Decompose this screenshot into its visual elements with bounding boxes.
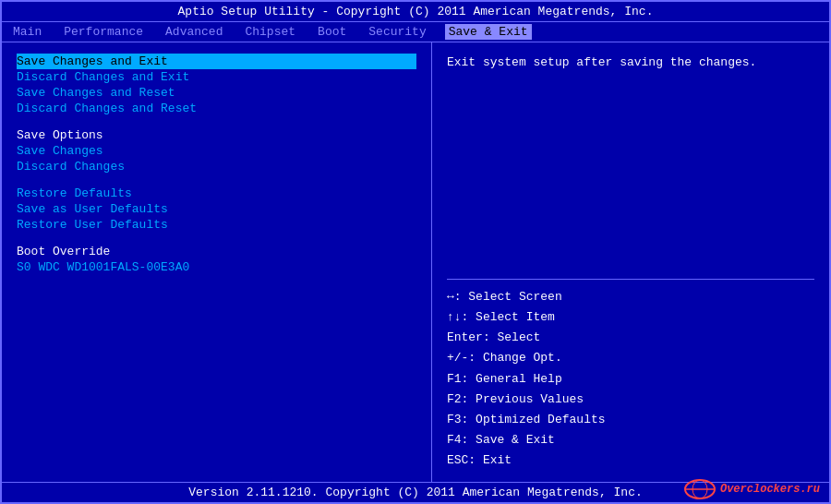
help-line-8: ESC: Exit xyxy=(447,450,814,471)
save-changes-and-reset[interactable]: Save Changes and Reset xyxy=(17,85,416,101)
boot-override-device[interactable]: S0 WDC WD1001FALS-00E3A0 xyxy=(17,259,416,275)
discard-changes-and-exit[interactable]: Discard Changes and Exit xyxy=(17,69,416,85)
help-line-1: ↑↓: Select Item xyxy=(447,307,814,328)
restore-defaults[interactable]: Restore Defaults xyxy=(17,186,416,201)
menu-item-performance[interactable]: Performance xyxy=(60,24,147,40)
help-line-6: F3: Optimized Defaults xyxy=(447,410,814,430)
boot-override-label: Boot Override xyxy=(17,244,416,259)
menu-bar: MainPerformanceAdvancedChipsetBootSecuri… xyxy=(2,22,829,42)
menu-item-save-exit[interactable]: Save & Exit xyxy=(445,24,532,40)
divider xyxy=(447,279,814,280)
menu-item-boot[interactable]: Boot xyxy=(314,24,350,40)
footer-text: Version 2.11.1210. Copyright (C) 2011 Am… xyxy=(188,486,642,499)
help-line-3: +/-: Change Opt. xyxy=(447,348,814,368)
help-line-7: F4: Save & Exit xyxy=(447,430,814,450)
help-line-4: F1: General Help xyxy=(447,369,814,390)
footer: Version 2.11.1210. Copyright (C) 2011 Am… xyxy=(2,482,829,502)
help-line-2: Enter: Select xyxy=(447,328,814,348)
main-content: Save Changes and Exit Discard Changes an… xyxy=(2,42,829,482)
menu-item-security[interactable]: Security xyxy=(365,24,429,40)
menu-item-advanced[interactable]: Advanced xyxy=(162,24,226,40)
save-as-user-defaults[interactable]: Save as User Defaults xyxy=(17,201,416,217)
menu-item-main[interactable]: Main xyxy=(9,24,45,40)
bios-screen: Aptio Setup Utility - Copyright (C) 2011… xyxy=(0,0,831,504)
watermark-text: Overclockers.ru xyxy=(720,483,820,496)
right-panel: Exit system setup after saving the chang… xyxy=(432,42,829,482)
watermark-logo-icon xyxy=(683,478,717,500)
title-text: Aptio Setup Utility - Copyright (C) 2011… xyxy=(178,5,654,18)
menu-item-chipset[interactable]: Chipset xyxy=(241,24,299,40)
title-bar: Aptio Setup Utility - Copyright (C) 2011… xyxy=(2,2,829,22)
watermark: Overclockers.ru xyxy=(683,478,820,500)
help-section: ↔: Select Screen↑↓: Select ItemEnter: Se… xyxy=(447,287,814,471)
discard-changes-and-reset[interactable]: Discard Changes and Reset xyxy=(17,101,416,116)
help-line-5: F2: Previous Values xyxy=(447,390,814,410)
discard-changes[interactable]: Discard Changes xyxy=(17,159,416,174)
left-panel: Save Changes and Exit Discard Changes an… xyxy=(2,42,432,482)
save-options-label: Save Options xyxy=(17,127,416,143)
restore-user-defaults[interactable]: Restore User Defaults xyxy=(17,217,416,233)
save-changes[interactable]: Save Changes xyxy=(17,143,416,159)
help-line-0: ↔: Select Screen xyxy=(447,287,814,307)
save-changes-and-exit[interactable]: Save Changes and Exit xyxy=(17,54,416,69)
description-text: Exit system setup after saving the chang… xyxy=(447,54,814,271)
